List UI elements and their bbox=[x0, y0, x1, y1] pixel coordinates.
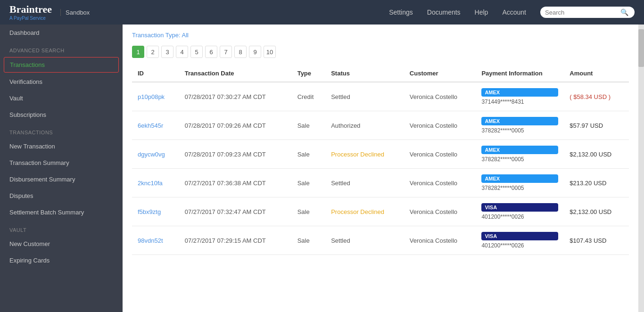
cell-type: Sale bbox=[292, 197, 326, 226]
sidebar-section-advanced-search: Advanced Search bbox=[0, 41, 123, 56]
sidebar-section-vault: Vault bbox=[0, 221, 123, 236]
page-btn-4[interactable]: 4 bbox=[176, 46, 188, 58]
sidebar-item-disputes[interactable]: Disputes bbox=[0, 188, 123, 204]
page-btn-10[interactable]: 10 bbox=[264, 46, 276, 58]
filter-bar: Transaction Type: All bbox=[132, 32, 629, 39]
cell-id: p10p08pk bbox=[132, 82, 179, 111]
cell-amount: $2,132.00 USD bbox=[564, 140, 629, 169]
page-btn-5[interactable]: 5 bbox=[190, 46, 203, 58]
transaction-link[interactable]: f5bx9ztg bbox=[138, 208, 161, 215]
sidebar-item-new-transaction[interactable]: New Transaction bbox=[0, 138, 123, 155]
cell-status: Processor Declined bbox=[325, 140, 404, 169]
sidebar-item-subscriptions[interactable]: Subscriptions bbox=[0, 107, 123, 123]
cell-payment: AMEX 371449*****8431 bbox=[476, 82, 564, 111]
page-btn-1[interactable]: 1 bbox=[132, 46, 144, 58]
cell-customer: Veronica Costello bbox=[404, 111, 476, 140]
scrollbar-track[interactable] bbox=[638, 25, 644, 312]
sandbox-badge: Sandbox bbox=[60, 9, 90, 16]
cell-payment: AMEX 378282*****0005 bbox=[476, 111, 564, 140]
transaction-link[interactable]: 98vdn52t bbox=[138, 237, 163, 244]
col-date: Transaction Date bbox=[179, 65, 292, 82]
cell-date: 07/28/2017 07:09:26 AM CDT bbox=[179, 111, 292, 140]
scrollbar-thumb[interactable] bbox=[638, 29, 644, 67]
sidebar-item-new-customer[interactable]: New Customer bbox=[0, 236, 123, 252]
page-btn-6[interactable]: 6 bbox=[205, 46, 217, 58]
nav-documents[interactable]: Documents bbox=[427, 8, 461, 16]
card-number: 371449*****8431 bbox=[481, 99, 558, 105]
cell-date: 07/28/2017 07:09:23 AM CDT bbox=[179, 140, 292, 169]
card-number: 378282*****0005 bbox=[481, 156, 558, 163]
search-input[interactable] bbox=[545, 9, 620, 16]
cell-date: 07/27/2017 07:36:38 AM CDT bbox=[179, 169, 292, 197]
cell-type: Sale bbox=[292, 111, 326, 140]
content-area: Transaction Type: All 1 2 3 4 5 6 7 8 9 … bbox=[123, 25, 638, 312]
logo-sub: A PayPal Service bbox=[9, 16, 52, 21]
logo-text: Braintree bbox=[9, 3, 52, 16]
table-row: dgycw0vg 07/28/2017 07:09:23 AM CDT Sale… bbox=[132, 140, 629, 169]
table-row: p10p08pk 07/28/2017 07:30:27 AM CDT Cred… bbox=[132, 82, 629, 111]
cell-amount: $57.97 USD bbox=[564, 111, 629, 140]
page-btn-3[interactable]: 3 bbox=[161, 46, 173, 58]
page-btn-8[interactable]: 8 bbox=[234, 46, 247, 58]
cell-payment: VISA 401200*****0026 bbox=[476, 197, 564, 226]
header-nav: Settings Documents Help Account 🔍 bbox=[389, 7, 635, 18]
nav-account[interactable]: Account bbox=[502, 8, 526, 16]
logo: Braintree A PayPal Service Sandbox bbox=[9, 3, 90, 21]
filter-value: All bbox=[182, 32, 189, 39]
table-row: 2knc10fa 07/27/2017 07:36:38 AM CDT Sale… bbox=[132, 169, 629, 197]
sidebar-section-transactions: Transactions bbox=[0, 123, 123, 138]
cell-date: 07/28/2017 07:30:27 AM CDT bbox=[179, 82, 292, 111]
cell-type: Credit bbox=[292, 82, 326, 111]
cell-status: Settled bbox=[325, 82, 404, 111]
cell-status: Authorized bbox=[325, 111, 404, 140]
card-number: 378282*****0005 bbox=[481, 127, 558, 134]
transaction-link[interactable]: p10p08pk bbox=[138, 93, 165, 100]
sidebar-item-transactions[interactable]: Transactions bbox=[4, 57, 119, 73]
page-btn-7[interactable]: 7 bbox=[220, 46, 232, 58]
table-row: 98vdn52t 07/27/2017 07:29:15 AM CDT Sale… bbox=[132, 226, 629, 255]
page-btn-2[interactable]: 2 bbox=[147, 46, 159, 58]
cell-amount: ( $58.34 USD ) bbox=[564, 82, 629, 111]
cell-amount: $107.43 USD bbox=[564, 226, 629, 255]
sidebar-item-disbursement-summary[interactable]: Disbursement Summary bbox=[0, 171, 123, 188]
cell-type: Sale bbox=[292, 169, 326, 197]
main-layout: Dashboard Advanced Search Transactions V… bbox=[0, 25, 644, 312]
card-type-badge: AMEX bbox=[481, 174, 558, 183]
sidebar-item-transaction-summary[interactable]: Transaction Summary bbox=[0, 155, 123, 171]
transaction-link[interactable]: 6ekh545r bbox=[138, 122, 163, 129]
cell-status: Processor Declined bbox=[325, 197, 404, 226]
card-type-badge: AMEX bbox=[481, 146, 558, 154]
nav-settings[interactable]: Settings bbox=[389, 8, 413, 16]
transaction-link[interactable]: dgycw0vg bbox=[138, 151, 165, 158]
cell-customer: Veronica Costello bbox=[404, 226, 476, 255]
sidebar-item-verifications[interactable]: Verifications bbox=[0, 74, 123, 90]
cell-date: 07/27/2017 07:29:15 AM CDT bbox=[179, 226, 292, 255]
page-btn-9[interactable]: 9 bbox=[249, 46, 261, 58]
pagination: 1 2 3 4 5 6 7 8 9 10 bbox=[132, 46, 629, 58]
cell-customer: Veronica Costello bbox=[404, 169, 476, 197]
cell-payment: AMEX 378282*****0005 bbox=[476, 169, 564, 197]
cell-type: Sale bbox=[292, 140, 326, 169]
cell-type: Sale bbox=[292, 226, 326, 255]
card-type-badge: AMEX bbox=[481, 117, 558, 125]
cell-customer: Veronica Costello bbox=[404, 197, 476, 226]
transaction-link[interactable]: 2knc10fa bbox=[138, 180, 163, 187]
cell-status: Settled bbox=[325, 169, 404, 197]
cell-id: dgycw0vg bbox=[132, 140, 179, 169]
card-type-badge: VISA bbox=[481, 203, 558, 212]
cell-id: f5bx9ztg bbox=[132, 197, 179, 226]
sidebar-item-dashboard[interactable]: Dashboard bbox=[0, 25, 123, 41]
card-type-badge: VISA bbox=[481, 232, 558, 240]
col-id: ID bbox=[132, 65, 179, 82]
table-row: 6ekh545r 07/28/2017 07:09:26 AM CDT Sale… bbox=[132, 111, 629, 140]
header: Braintree A PayPal Service Sandbox Setti… bbox=[0, 0, 644, 25]
nav-help[interactable]: Help bbox=[475, 8, 488, 16]
search-button[interactable]: 🔍 bbox=[620, 8, 628, 16]
sidebar-item-settlement-batch-summary[interactable]: Settlement Batch Summary bbox=[0, 204, 123, 221]
cell-payment: VISA 401200*****0026 bbox=[476, 226, 564, 255]
sidebar-item-expiring-cards[interactable]: Expiring Cards bbox=[0, 252, 123, 269]
col-customer: Customer bbox=[404, 65, 476, 82]
cell-date: 07/27/2017 07:32:47 AM CDT bbox=[179, 197, 292, 226]
cell-customer: Veronica Costello bbox=[404, 140, 476, 169]
sidebar-item-vault[interactable]: Vault bbox=[0, 90, 123, 107]
